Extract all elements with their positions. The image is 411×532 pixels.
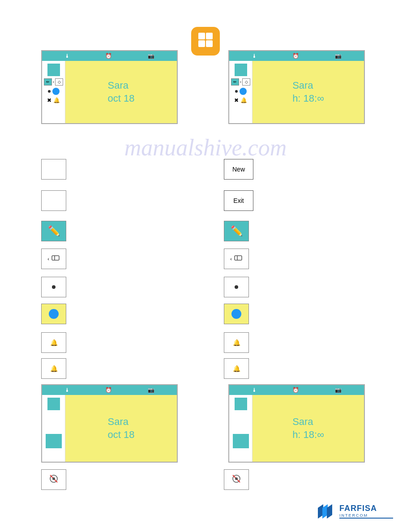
camera-icon-tl: 📷: [148, 53, 154, 59]
svg-rect-0: [198, 33, 205, 39]
dot-large-box-r: [224, 304, 249, 324]
eraser-icon-r: [233, 254, 243, 264]
svg-rect-3: [206, 40, 213, 47]
thermo-icon-tr: 🌡: [252, 53, 257, 59]
dot-large-box: [41, 304, 66, 324]
svg-rect-1: [206, 33, 213, 39]
dot-large-icon: [49, 309, 59, 319]
color-box-br: [235, 398, 247, 410]
eraser-box: ‹: [41, 249, 66, 269]
farfisa-line: [339, 518, 393, 519]
camera-icon-tr: 📷: [335, 53, 342, 59]
svg-point-13: [235, 477, 238, 480]
teal-block-br: [233, 434, 249, 448]
exit-button[interactable]: Exit: [224, 190, 253, 211]
sidebar-tr: ✏ ‹ ◇ ✖ 🔔: [229, 61, 253, 123]
app-icon-label: [197, 31, 214, 51]
svg-rect-4: [52, 256, 59, 260]
screen-header-tr: 🌡 ⏰ 📷: [229, 51, 364, 61]
bell-normal-box-r: 🔔: [224, 332, 249, 353]
content-tr: Sarah: 18:∞: [253, 61, 364, 123]
screen-header-bl: 🌡 ⏰ 📷: [42, 385, 177, 395]
bug-disable-icon-l: [47, 473, 60, 486]
sidebar-tl: ✏ ‹ ◇ ✖ 🔔: [42, 61, 65, 123]
color-box-bl: [47, 398, 60, 410]
sidebar-bl: [42, 395, 65, 462]
eraser-icon: [50, 254, 60, 264]
dot-small-icon: [52, 285, 56, 289]
thermo-icon-tl: 🌡: [64, 53, 70, 59]
bell-normal-icon: 🔔: [50, 339, 58, 346]
white-box-2: [41, 190, 66, 211]
content-tl: Saraoct 18: [65, 61, 177, 123]
camera-icon-bl: 📷: [148, 387, 154, 393]
farfisa-subname: INTERCOM: [339, 513, 393, 518]
handwriting-br: Sarah: 18:∞: [289, 412, 328, 445]
screen-header-br: 🌡 ⏰ 📷: [229, 385, 364, 395]
bell-alarm-icon: 🔔: [50, 365, 58, 372]
eraser-box-r: ‹: [224, 249, 249, 269]
svg-rect-2: [198, 40, 205, 47]
pen-active-icon: ✏️: [48, 225, 60, 237]
alarm-icon-tr: ⏰: [292, 53, 299, 59]
bell-alarm-box-r: 🔔: [224, 358, 249, 379]
bell-tr: 🔔: [240, 97, 247, 103]
dot-small-box: [41, 277, 66, 297]
new-label: New: [232, 166, 245, 173]
new-button[interactable]: New: [224, 159, 253, 180]
farfisa-icon: [318, 504, 337, 519]
screen-top-right: 🌡 ⏰ 📷 ✏ ‹ ◇ ✖ 🔔 Sarah: 18:∞: [228, 50, 365, 124]
white-box-1: [41, 159, 66, 180]
bug-tl: ✖: [47, 97, 51, 103]
bug-disable-box-r: [224, 469, 249, 490]
thermo-icon-bl: 🌡: [64, 387, 70, 393]
alarm-icon-tl: ⏰: [105, 53, 112, 59]
screen-bottom-right: 🌡 ⏰ 📷 Sarah: 18:∞: [228, 384, 365, 463]
handwriting-bl: Saraoct 18: [104, 412, 138, 445]
pen-active-icon-r: ✏️: [231, 225, 243, 237]
content-br: Sarah: 18:∞: [253, 395, 364, 462]
bug-tr: ✖: [234, 97, 239, 103]
teal-block-bl: [46, 434, 62, 448]
screen-bottom-left: 🌡 ⏰ 📷 Saraoct 18: [41, 384, 178, 463]
bell-tl: 🔔: [53, 97, 60, 103]
color-box-tl: [47, 64, 60, 76]
bell-normal-icon-r: 🔔: [233, 339, 240, 346]
app-icon: [191, 27, 220, 56]
handwriting-tl: Saraoct 18: [104, 76, 138, 108]
dot-large-tr: [240, 88, 247, 95]
dot-large-tl: [52, 88, 60, 95]
dot-large-icon-r: [231, 309, 241, 319]
screen-top-left: 🌡 ⏰ 📷 ✏ ‹ ◇ ✖ 🔔 Saraoct 18: [41, 50, 178, 124]
farfisa-logo: FARFISA INTERCOM: [318, 504, 393, 519]
pen-active-box: ✏️: [41, 221, 66, 241]
bell-normal-box: 🔔: [41, 332, 66, 353]
exit-label: Exit: [233, 197, 244, 204]
bug-disable-box-l: [41, 469, 66, 490]
pen-active-box-r: ✏️: [224, 221, 249, 241]
dot-small-box-r: [224, 277, 249, 297]
svg-rect-6: [235, 256, 242, 260]
alarm-icon-br: ⏰: [292, 387, 299, 393]
sidebar-br: [229, 395, 253, 462]
farfisa-name: FARFISA: [339, 504, 393, 513]
color-box-tr: [235, 64, 247, 76]
svg-point-10: [52, 477, 55, 480]
content-bl: Saraoct 18: [65, 395, 177, 462]
eraser-bracket-r: ‹: [230, 256, 232, 262]
bell-alarm-box: 🔔: [41, 358, 66, 379]
pen-tool-tl: ✏: [44, 78, 52, 86]
screen-header-tl: 🌡 ⏰ 📷: [42, 51, 177, 61]
eraser-tool-tl: ◇: [55, 78, 63, 86]
dot-small-tl: [48, 90, 51, 93]
pen-tool-tr: ✏: [231, 78, 239, 86]
handwriting-tr: Sarah: 18:∞: [289, 76, 328, 108]
eraser-tool-tr: ◇: [242, 78, 250, 86]
camera-icon-br: 📷: [335, 387, 342, 393]
dot-small-icon-r: [235, 285, 238, 289]
bell-alarm-icon-r: 🔔: [233, 365, 240, 372]
bug-disable-icon-r: [230, 473, 243, 486]
thermo-icon-br: 🌡: [252, 387, 257, 393]
dot-small-tr: [235, 90, 238, 93]
eraser-bracket: ‹: [47, 256, 49, 262]
